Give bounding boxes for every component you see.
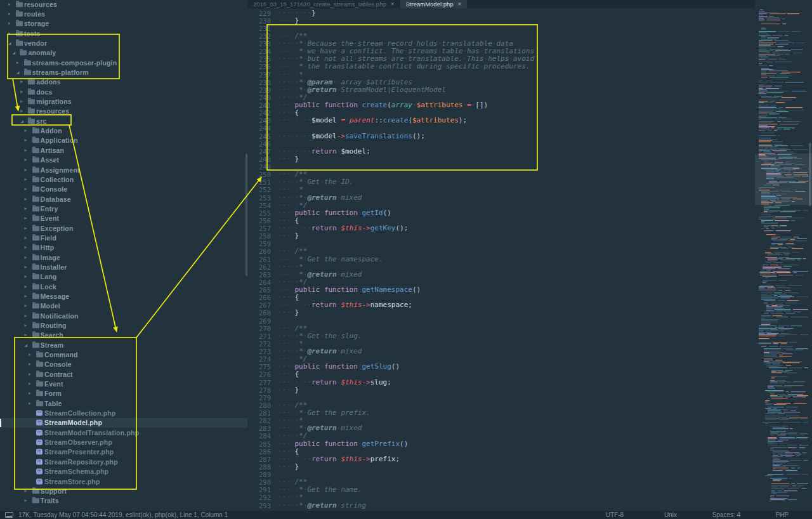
disclosure-expanded-icon[interactable]: ◢ [20,119,23,123]
code-editor-area[interactable]: 229········}230····}231232····/**233····… [247,8,755,511]
tree-item-routing[interactable]: ▸Routing [0,320,247,330]
tree-item-artisan[interactable]: ▸Artisan [0,145,247,155]
status-item-unix[interactable]: Unix [651,511,690,518]
disclosure-collapsed-icon[interactable]: ▸ [25,197,27,202]
tree-item-notification[interactable]: ▸Notification [0,311,247,320]
disclosure-expanded-icon[interactable]: ◢ [16,70,20,74]
tree-item-message[interactable]: ▸Message [0,291,247,301]
tree-item-docs[interactable]: ▸docs [0,87,247,96]
disclosure-collapsed-icon[interactable]: ▸ [25,294,27,299]
disclosure-collapsed-icon[interactable]: ▸ [29,372,31,377]
disclosure-collapsed-icon[interactable]: ▸ [25,489,27,494]
tree-item-database[interactable]: ▸Database [0,194,247,204]
tree-item-console[interactable]: ▸Console [0,185,247,194]
tree-item-vendor[interactable]: ◢vendor [0,38,247,48]
tree-item-command[interactable]: ▸Command [0,350,247,359]
tree-item-streammodel-php[interactable]: StreamModel.php [0,418,247,428]
disclosure-collapsed-icon[interactable]: ▸ [20,89,23,95]
tree-item-streamcollection-php[interactable]: StreamCollection.php [0,408,247,417]
disclosure-collapsed-icon[interactable]: ▸ [25,168,27,173]
tree-item-resources[interactable]: ▸resources [0,107,247,116]
tab-close-icon[interactable]: × [391,1,395,8]
disclosure-collapsed-icon[interactable]: ▸ [8,31,11,36]
disclosure-collapsed-icon[interactable]: ▸ [25,255,27,260]
disclosure-collapsed-icon[interactable]: ▸ [29,381,31,386]
tree-item-addon[interactable]: ▸Addon [0,126,247,135]
tree-item-traits[interactable]: ▸Traits [0,496,247,506]
tree-item-asset[interactable]: ▸Asset [0,155,247,165]
tree-item-console[interactable]: ▸Console [0,360,247,369]
disclosure-collapsed-icon[interactable]: ▸ [25,138,27,143]
tree-item-lang[interactable]: ▸Lang [0,272,247,282]
tree-item-streams-composer-plugin[interactable]: ▸streams-composer-plugin [0,58,247,67]
disclosure-collapsed-icon[interactable]: ▸ [25,303,27,308]
disclosure-collapsed-icon[interactable]: ▸ [25,177,27,182]
disclosure-collapsed-icon[interactable]: ▸ [25,216,27,221]
disclosure-collapsed-icon[interactable]: ▸ [25,206,27,211]
tree-item-model[interactable]: ▸Model [0,301,247,311]
tree-item-stream[interactable]: ◢Stream [0,340,247,350]
disclosure-collapsed-icon[interactable]: ▸ [25,498,27,503]
tree-item-support[interactable]: ▸Support [0,486,247,496]
tree-item-form[interactable]: ▸Form [0,389,247,398]
tree-item-image[interactable]: ▸Image [0,253,247,262]
disclosure-collapsed-icon[interactable]: ▸ [8,11,11,16]
disclosure-collapsed-icon[interactable]: ▸ [25,284,27,289]
status-item-spaces-4[interactable]: Spaces: 4 [707,511,746,518]
tree-item-streammodeltranslation-php[interactable]: StreamModelTranslation.php [0,428,247,437]
disclosure-collapsed-icon[interactable]: ▸ [25,157,27,162]
disclosure-expanded-icon[interactable]: ◢ [8,41,11,45]
tree-item-search[interactable]: ▸Search [0,331,247,340]
tab-close-icon[interactable]: × [458,1,462,8]
disclosure-collapsed-icon[interactable]: ▸ [25,265,27,270]
disclosure-collapsed-icon[interactable]: ▸ [25,323,27,328]
disclosure-collapsed-icon[interactable]: ▸ [20,108,23,114]
status-item-utf-8[interactable]: UTF-8 [595,511,634,518]
tree-item-routes[interactable]: ▸routes [0,9,247,18]
tree-item-event[interactable]: ▸Event [0,214,247,223]
disclosure-collapsed-icon[interactable]: ▸ [29,362,31,367]
status-item-php[interactable]: PHP [763,511,802,518]
tree-item-migrations[interactable]: ▸migrations [0,96,247,106]
tree-item-addons[interactable]: ▸addons [0,77,247,87]
tree-item-exception[interactable]: ▸Exception [0,223,247,233]
disclosure-expanded-icon[interactable]: ◢ [12,51,15,55]
disclosure-collapsed-icon[interactable]: ▸ [29,352,31,357]
tree-item-contract[interactable]: ▸Contract [0,369,247,379]
disclosure-collapsed-icon[interactable]: ▸ [20,79,23,84]
minimap[interactable] [755,0,812,511]
disclosure-expanded-icon[interactable]: ◢ [25,343,28,347]
disclosure-collapsed-icon[interactable]: ▸ [25,226,27,231]
tree-item-src[interactable]: ◢src [0,116,247,126]
tree-item-anomaly[interactable]: ◢anomaly [0,48,247,58]
editor-scrollbar[interactable] [809,143,811,206]
tree-item-streams-platform[interactable]: ◢streams-platform [0,67,247,77]
tree-item-installer[interactable]: ▸Installer [0,262,247,272]
tree-item-storage[interactable]: ▸storage [0,19,247,29]
tree-item-field[interactable]: ▸Field [0,233,247,242]
disclosure-collapsed-icon[interactable]: ▸ [16,60,19,65]
tree-item-collection[interactable]: ▸Collection [0,174,247,184]
tree-item-tests[interactable]: ▸tests [0,29,247,38]
tree-item-streamschema-php[interactable]: StreamSchema.php [0,467,247,476]
tree-item-application[interactable]: ▸Application [0,136,247,145]
tree-item-http[interactable]: ▸Http [0,243,247,253]
tree-item-entry[interactable]: ▸Entry [0,204,247,213]
disclosure-collapsed-icon[interactable]: ▸ [25,332,27,338]
tree-item-table[interactable]: ▸Table [0,398,247,408]
disclosure-collapsed-icon[interactable]: ▸ [25,313,27,319]
tree-item-streamrepository-php[interactable]: StreamRepository.php [0,457,247,466]
disclosure-collapsed-icon[interactable]: ▸ [25,274,27,279]
tree-item-streamobserver-php[interactable]: StreamObserver.php [0,437,247,447]
disclosure-collapsed-icon[interactable]: ▸ [29,391,31,396]
tab-2015-03-15-171620-create-streams-tables-php[interactable]: 2015_03_15_171620_create_streams_tables.… [247,0,400,8]
tab-streammodel-php[interactable]: StreamModel.php× [400,0,468,8]
disclosure-collapsed-icon[interactable]: ▸ [8,2,11,7]
disclosure-collapsed-icon[interactable]: ▸ [25,245,27,250]
disclosure-collapsed-icon[interactable]: ▸ [25,187,27,192]
disclosure-collapsed-icon[interactable]: ▸ [25,235,27,240]
disclosure-collapsed-icon[interactable]: ▸ [25,148,27,153]
tree-item-streampresenter-php[interactable]: StreamPresenter.php [0,447,247,457]
tree-item-event[interactable]: ▸Event [0,379,247,388]
minimap-viewport[interactable] [755,154,812,205]
